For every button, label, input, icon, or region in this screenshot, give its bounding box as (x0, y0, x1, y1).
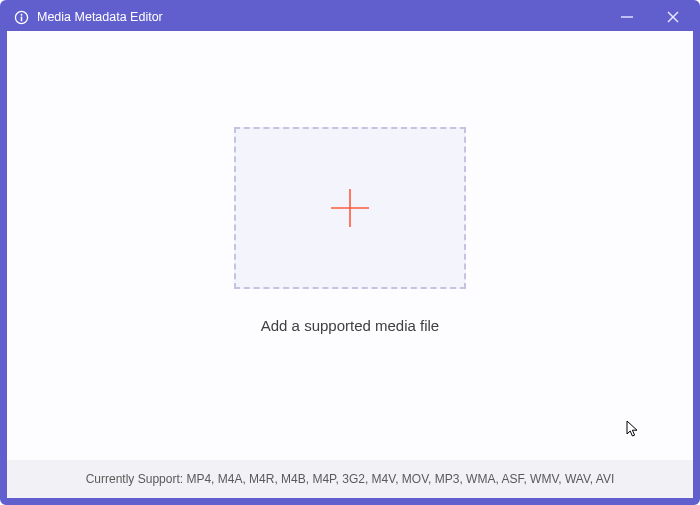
main-content: Add a supported media file (7, 31, 693, 460)
app-window: Media Metadata Editor (0, 0, 700, 505)
close-button[interactable] (663, 7, 683, 27)
svg-rect-2 (20, 16, 22, 21)
supported-formats-text: Currently Support: MP4, M4A, M4R, M4B, M… (86, 472, 615, 486)
add-media-prompt: Add a supported media file (261, 317, 439, 334)
plus-icon (328, 186, 372, 230)
app-title: Media Metadata Editor (37, 10, 163, 24)
titlebar-left: Media Metadata Editor (13, 9, 163, 25)
svg-point-1 (20, 13, 22, 15)
titlebar-controls (617, 7, 683, 27)
minimize-button[interactable] (617, 7, 637, 27)
info-icon (13, 9, 29, 25)
titlebar: Media Metadata Editor (7, 5, 693, 31)
footer-bar: Currently Support: MP4, M4A, M4R, M4B, M… (7, 460, 693, 498)
add-media-dropzone[interactable] (234, 127, 466, 289)
